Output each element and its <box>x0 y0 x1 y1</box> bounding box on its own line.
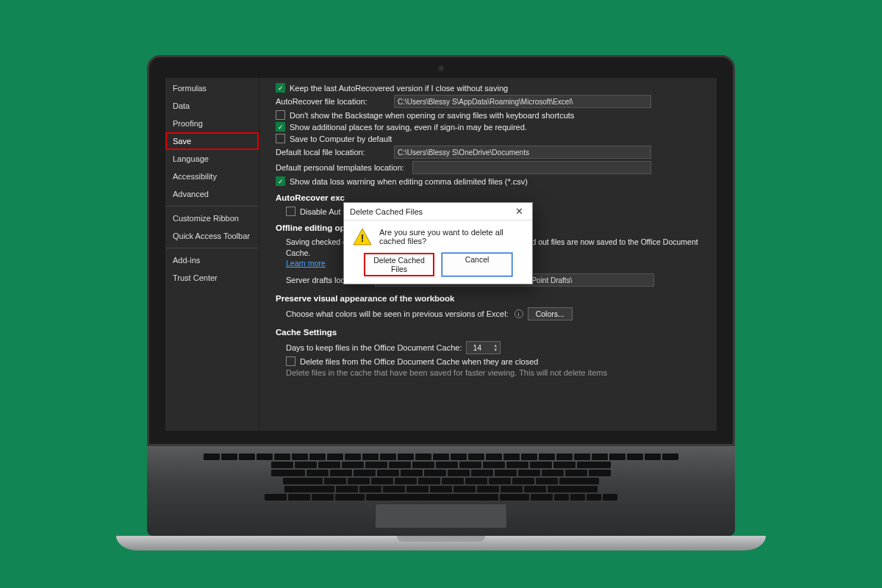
autorecover-exceptions-heading: AutoRecover exc <box>276 193 709 202</box>
keep-last-autorecover-label: Keep the last AutoRecovered version if I… <box>290 84 508 93</box>
delete-cached-files-dialog: Delete Cached Files ✕ ! Are you sure you… <box>343 202 533 284</box>
sidebar-item-proofing[interactable]: Proofing <box>165 115 259 132</box>
csv-warning-checkbox[interactable] <box>276 176 285 186</box>
trackpad <box>375 503 507 528</box>
save-to-computer-label: Save to Computer by default <box>290 135 392 143</box>
screen-bezel: Formulas Data Proofing Save Language Acc… <box>147 55 735 446</box>
cache-settings-heading: Cache Settings <box>276 328 709 337</box>
keyboard <box>191 453 691 501</box>
delete-on-close-checkbox[interactable] <box>286 356 295 366</box>
colors-button[interactable]: Colors... <box>528 307 573 320</box>
sidebar-item-accessibility[interactable]: Accessibility <box>165 168 259 185</box>
cache-days-label: Days to keep files in the Office Documen… <box>286 343 462 352</box>
preserve-appearance-heading: Preserve visual appearance of the workbo… <box>276 294 709 303</box>
cache-days-value: 14 <box>467 343 487 352</box>
sidebar-item-advanced[interactable]: Advanced <box>165 185 259 203</box>
show-additional-places-checkbox[interactable] <box>276 122 285 132</box>
laptop-front-lip <box>116 536 766 551</box>
delete-on-close-label: Delete files from the Office Document Ca… <box>300 357 538 366</box>
sidebar-item-language[interactable]: Language <box>165 150 259 168</box>
personal-templates-input[interactable] <box>412 161 651 174</box>
colors-note: Choose what colors will be seen in previ… <box>286 309 509 318</box>
personal-templates-label: Default personal templates location: <box>276 163 408 172</box>
sidebar-item-trust-center[interactable]: Trust Center <box>165 269 259 287</box>
svg-text:!: ! <box>361 232 365 244</box>
dialog-message: Are you sure you want to delete all cach… <box>379 228 523 245</box>
disable-autorecover-checkbox[interactable] <box>286 207 295 216</box>
cache-days-stepper[interactable]: 14 ▲▼ <box>466 341 501 354</box>
disable-autorecover-label: Disable Aut <box>300 207 341 216</box>
keep-last-autorecover-checkbox[interactable] <box>276 83 285 93</box>
default-local-location-label: Default local file location: <box>276 148 390 157</box>
sidebar-item-formulas[interactable]: Formulas <box>165 79 259 97</box>
cache-partial-text: Delete files in the cache that have been… <box>286 368 607 377</box>
delete-cached-files-button[interactable]: Delete Cached Files <box>364 253 434 276</box>
autorecover-location-input[interactable] <box>394 95 651 108</box>
sidebar-item-save[interactable]: Save <box>165 132 259 150</box>
sidebar-item-data[interactable]: Data <box>165 97 259 115</box>
learn-more-link[interactable]: Learn more <box>286 259 326 268</box>
camera-dot <box>439 66 443 71</box>
save-to-computer-checkbox[interactable] <box>276 134 285 143</box>
laptop-frame: Formulas Data Proofing Save Language Acc… <box>147 55 735 551</box>
default-local-location-input[interactable] <box>394 146 651 159</box>
sidebar-item-quick-access[interactable]: Quick Access Toolbar <box>165 227 259 245</box>
show-additional-places-label: Show additional places for saving, even … <box>290 123 527 132</box>
sidebar-item-addins[interactable]: Add-ins <box>165 251 259 269</box>
no-backstage-checkbox[interactable] <box>276 110 285 120</box>
sidebar-item-customize-ribbon[interactable]: Customize Ribbon <box>165 209 259 227</box>
warning-icon: ! <box>353 228 372 245</box>
sidebar-separator <box>165 248 259 248</box>
csv-warning-label: Show data loss warning when editing comm… <box>290 177 528 186</box>
info-icon[interactable]: i <box>514 309 523 318</box>
close-icon[interactable]: ✕ <box>512 206 526 217</box>
sidebar-separator <box>165 206 259 207</box>
cancel-button[interactable]: Cancel <box>442 253 512 276</box>
no-backstage-label: Don't show the Backstage when opening or… <box>290 111 574 120</box>
laptop-keyboard-deck <box>147 446 735 536</box>
dialog-title: Delete Cached Files <box>350 207 423 216</box>
options-sidebar: Formulas Data Proofing Save Language Acc… <box>165 78 259 431</box>
app-window: Formulas Data Proofing Save Language Acc… <box>165 78 717 431</box>
autorecover-location-label: AutoRecover file location: <box>276 97 390 106</box>
stepper-arrows-icon[interactable]: ▲▼ <box>487 343 500 352</box>
